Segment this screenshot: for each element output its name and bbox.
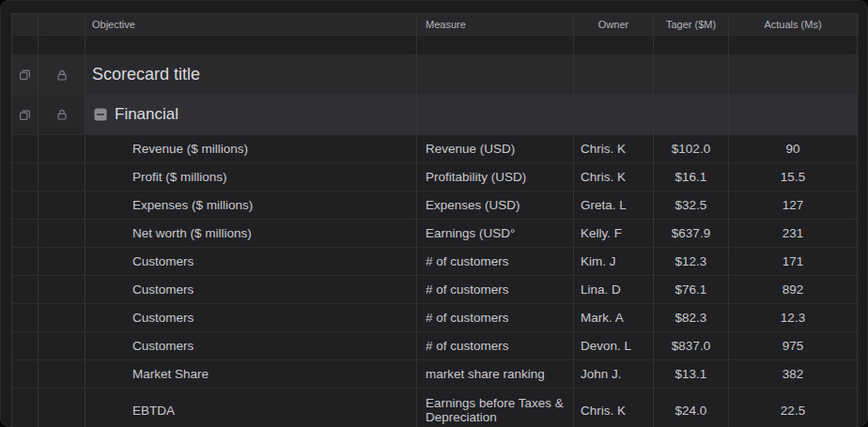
- target-cell[interactable]: $82.3: [654, 304, 729, 331]
- row-handle-cell[interactable]: [12, 360, 39, 388]
- row-lock-cell[interactable]: [39, 55, 85, 94]
- measure-cell[interactable]: market share ranking: [417, 360, 574, 388]
- objective-cell[interactable]: Profit ($ millions): [85, 163, 417, 191]
- actuals-cell[interactable]: 12.3: [729, 304, 858, 331]
- actuals-cell[interactable]: 127: [729, 191, 858, 219]
- owner-cell[interactable]: Kim. J: [574, 248, 654, 275]
- owner-cell[interactable]: Chris. K: [574, 135, 654, 162]
- actuals-cell[interactable]: 975: [729, 332, 858, 359]
- table-row: Customers # of customers Mark. A $82.3 1…: [12, 304, 859, 332]
- objective-cell[interactable]: Customers: [85, 304, 417, 331]
- actuals-cell[interactable]: 90: [729, 135, 858, 162]
- objective-cell[interactable]: Customers: [85, 332, 417, 359]
- target-cell[interactable]: $837.0: [654, 332, 729, 359]
- row-lock-cell[interactable]: [39, 135, 85, 162]
- row-lock-cell[interactable]: [39, 191, 85, 219]
- measure-cell[interactable]: # of customers: [417, 304, 574, 331]
- empty-cell[interactable]: [417, 36, 574, 54]
- row-lock-cell[interactable]: [39, 276, 85, 303]
- target-cell[interactable]: $16.1: [654, 163, 729, 191]
- duplicate-icon[interactable]: [18, 68, 32, 82]
- measure-cell[interactable]: Earnings before Taxes & Depreciation: [417, 389, 574, 427]
- target-cell[interactable]: $76.1: [654, 276, 729, 303]
- row-handle-cell[interactable]: [12, 389, 39, 427]
- owner-cell[interactable]: Chris. K: [574, 163, 654, 191]
- lock-icon[interactable]: [55, 69, 69, 82]
- empty-cell[interactable]: [729, 36, 858, 54]
- collapse-minus-icon[interactable]: [94, 108, 107, 121]
- group-label-cell[interactable]: Financial: [85, 95, 417, 134]
- objective-cell[interactable]: Revenue ($ millions): [85, 135, 417, 162]
- empty-cell[interactable]: [417, 55, 574, 94]
- row-handle-cell[interactable]: [12, 220, 39, 247]
- duplicate-icon[interactable]: [18, 108, 32, 122]
- table-row: Revenue ($ millions) Revenue (USD) Chris…: [12, 135, 859, 163]
- measure-cell[interactable]: # of customers: [417, 276, 574, 303]
- row-handle-cell[interactable]: [12, 304, 39, 331]
- row-lock-cell[interactable]: [39, 304, 85, 331]
- measure-cell[interactable]: Profitability (USD): [417, 163, 574, 191]
- row-lock-cell[interactable]: [39, 389, 85, 427]
- empty-cell[interactable]: [85, 36, 417, 54]
- actuals-cell[interactable]: 22.5: [729, 389, 858, 427]
- empty-cell[interactable]: [574, 95, 654, 134]
- scorecard-title-cell[interactable]: Scorecard title: [85, 55, 417, 94]
- actuals-cell[interactable]: 892: [729, 276, 858, 303]
- empty-cell: [12, 36, 39, 54]
- empty-cell[interactable]: [574, 36, 654, 54]
- objective-cell[interactable]: Customers: [85, 248, 417, 275]
- objective-cell[interactable]: Market Share: [85, 360, 417, 388]
- measure-cell[interactable]: Revenue (USD): [417, 135, 574, 162]
- measure-cell[interactable]: Earnings (USD°: [417, 220, 574, 247]
- row-handle-cell[interactable]: [12, 95, 39, 134]
- actuals-cell[interactable]: 15.5: [729, 163, 858, 191]
- target-cell[interactable]: $102.0: [654, 135, 729, 162]
- row-handle-cell[interactable]: [12, 55, 39, 94]
- row-lock-cell[interactable]: [39, 163, 85, 191]
- actuals-cell[interactable]: 382: [729, 360, 858, 388]
- row-handle-cell[interactable]: [12, 163, 39, 191]
- owner-cell[interactable]: Mark. A: [574, 304, 654, 331]
- row-lock-cell[interactable]: [39, 332, 85, 359]
- row-handle-cell[interactable]: [12, 191, 39, 219]
- empty-cell[interactable]: [729, 95, 858, 134]
- row-lock-cell[interactable]: [39, 248, 85, 275]
- empty-cell[interactable]: [574, 55, 654, 94]
- measure-cell[interactable]: # of customers: [417, 332, 574, 359]
- lock-icon[interactable]: [55, 108, 69, 121]
- objective-cell[interactable]: Expenses ($ millions): [85, 191, 417, 219]
- objective-cell[interactable]: Net worth ($ millions): [85, 220, 417, 247]
- empty-cell[interactable]: [729, 55, 858, 94]
- actuals-cell[interactable]: 171: [729, 248, 858, 275]
- row-lock-cell[interactable]: [39, 220, 85, 247]
- table-row: Market Share market share ranking John J…: [12, 360, 859, 389]
- row-lock-cell[interactable]: [39, 95, 85, 134]
- empty-cell[interactable]: [654, 36, 729, 54]
- empty-cell[interactable]: [654, 55, 729, 94]
- table-row: Customers # of customers Kim. J $12.3 17…: [12, 248, 859, 276]
- row-handle-cell[interactable]: [12, 276, 39, 303]
- owner-cell[interactable]: John J.: [574, 360, 654, 388]
- measure-cell[interactable]: Expenses (USD): [417, 191, 574, 219]
- owner-cell[interactable]: Lina. D: [574, 276, 654, 303]
- row-handle-cell[interactable]: [12, 332, 39, 359]
- owner-cell[interactable]: Greta. L: [574, 191, 654, 219]
- measure-cell[interactable]: # of customers: [417, 248, 574, 275]
- row-handle-cell[interactable]: [12, 248, 39, 275]
- target-cell[interactable]: $13.1: [654, 360, 729, 388]
- owner-cell[interactable]: Devon. L: [574, 332, 654, 359]
- objective-cell[interactable]: Customers: [85, 276, 417, 303]
- header-row: Objective Measure Owner Tager ($M) Actua…: [12, 14, 859, 36]
- target-cell[interactable]: $24.0: [654, 389, 729, 427]
- objective-cell[interactable]: EBTDA: [85, 389, 417, 427]
- target-cell[interactable]: $32.5: [654, 191, 729, 219]
- row-handle-cell[interactable]: [12, 135, 39, 162]
- actuals-cell[interactable]: 231: [729, 220, 858, 247]
- owner-cell[interactable]: Chris. K: [574, 389, 654, 427]
- empty-cell[interactable]: [417, 95, 574, 134]
- target-cell[interactable]: $12.3: [654, 248, 729, 275]
- empty-cell[interactable]: [654, 95, 729, 134]
- target-cell[interactable]: $637.9: [654, 220, 729, 247]
- row-lock-cell[interactable]: [39, 360, 85, 388]
- owner-cell[interactable]: Kelly. F: [574, 220, 654, 247]
